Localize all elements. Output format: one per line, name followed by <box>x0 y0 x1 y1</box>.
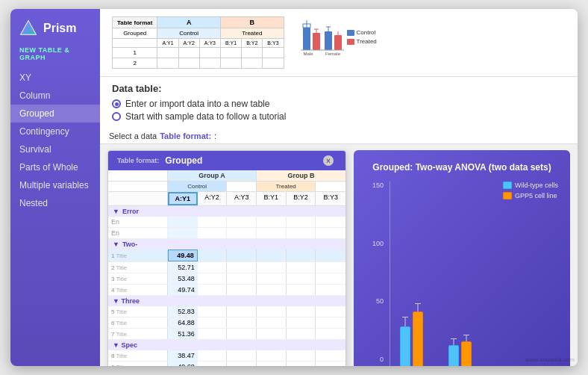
r1c2 <box>198 250 228 261</box>
col-ay2: A:Y2 <box>178 39 199 48</box>
r2c2 <box>178 58 199 69</box>
r7c3 <box>227 329 257 339</box>
empty-sub2 <box>316 182 345 191</box>
r1c3 <box>199 48 220 58</box>
sidebar-item-contingency[interactable]: Contingency <box>10 123 100 140</box>
table-row-7[interactable]: 7 Title 51.36 <box>108 329 345 340</box>
row3-left: 3 Title <box>108 273 168 284</box>
r2c2 <box>198 262 228 273</box>
r5c4 <box>257 306 287 317</box>
row6-val[interactable]: 64.88 <box>168 317 198 328</box>
control-sub-label: Control <box>168 182 227 191</box>
error-bar-blue-2 <box>454 339 454 345</box>
bar-orange-2 <box>461 341 472 366</box>
extra-rows: 3 Title 53.48 4 Title 49.74 ▼ Three 5 Ti… <box>108 273 345 366</box>
format-label-cell: Table format <box>113 17 157 28</box>
r4c2 <box>198 285 228 295</box>
svg-marker-1 <box>21 21 36 34</box>
r7c5 <box>287 329 316 339</box>
sidebar-item-parts-of-whole[interactable]: Parts of Whole <box>10 158 100 176</box>
empty-sub <box>227 182 257 191</box>
sidebar-item-column[interactable]: Column <box>10 87 100 105</box>
preview-chart-area: Male Female Control Treated <box>299 16 377 58</box>
table-row-9[interactable]: 9 Title 49.68 <box>108 362 345 366</box>
preview-table-container: Table format A B Grouped Control Treated… <box>112 16 284 69</box>
y-label-150: 150 <box>372 182 384 189</box>
sidebar-item-survival[interactable]: Survival <box>10 140 100 158</box>
sidebar-item-xy[interactable]: XY <box>10 69 100 87</box>
r3c4 <box>257 273 287 284</box>
row1-val[interactable]: 49.48 <box>168 250 198 261</box>
bar-blue-1 <box>400 326 410 366</box>
row2-val[interactable]: 52.71 <box>168 262 198 273</box>
table-row-8[interactable]: 8 Title 38.47 <box>108 350 345 362</box>
row9-val[interactable]: 49.68 <box>168 362 198 366</box>
group-header-row: Group A Group B <box>108 170 345 182</box>
row8-val[interactable]: 38.47 <box>168 350 198 361</box>
row1-label: 1 <box>113 48 157 58</box>
col-by3-header[interactable]: B:Y3 <box>316 192 345 205</box>
prism-logo-icon <box>19 19 37 37</box>
error-cap-orange-1 <box>415 303 421 304</box>
panel-header: Table format: Grouped × <box>108 151 345 170</box>
e1c4 <box>257 217 287 227</box>
table-row-4[interactable]: 4 Title 49.74 <box>108 285 345 296</box>
svg-rect-8 <box>325 31 332 50</box>
table-row-1[interactable]: 1 Title 49.48 <box>108 250 345 262</box>
r8c2 <box>198 350 228 361</box>
preview-table: Table format A B Grouped Control Treated… <box>112 16 284 69</box>
row2-left: 2 Title <box>108 262 168 273</box>
r5c3 <box>227 306 257 317</box>
section-error-label: Error <box>122 208 139 215</box>
lower-area: Table format: Grouped × Group A Group B … <box>100 144 578 366</box>
row7-val[interactable]: 51.36 <box>168 329 198 339</box>
row9-title: Title <box>116 364 127 367</box>
radio-selected-icon <box>112 99 121 108</box>
close-panel-button[interactable]: × <box>323 155 334 166</box>
radio-unselected-icon <box>112 112 121 121</box>
group-b-header: B <box>220 17 284 28</box>
col-ay3-header[interactable]: A:Y3 <box>227 192 257 205</box>
r1c1 <box>157 48 178 58</box>
bar-group-2 <box>448 341 472 366</box>
error-row-1: En <box>108 217 345 228</box>
r1c4 <box>257 250 287 261</box>
col-ay2-header[interactable]: A:Y2 <box>198 192 228 205</box>
bar-orange-1 <box>413 312 423 366</box>
svg-rect-5 <box>313 33 320 50</box>
section-error: ▼ Error <box>108 206 345 217</box>
legend-wild-type-box <box>503 182 512 189</box>
error-r1-val[interactable] <box>168 217 198 227</box>
legend-gpp5-box <box>503 192 512 199</box>
row3-val[interactable]: 53.48 <box>168 273 198 284</box>
error-r2-val[interactable] <box>168 228 198 238</box>
new-table-label: NEW TABLE & GRAPH <box>10 45 100 69</box>
error-cap-orange-2 <box>463 335 469 335</box>
group-b-label: Group B <box>257 170 345 181</box>
row3-title: Title <box>116 276 127 282</box>
row8-title: Title <box>116 353 127 359</box>
error-r2-title: En <box>108 228 168 238</box>
radio-option-1[interactable]: Enter or import data into a new table <box>112 99 566 109</box>
row5-title: Title <box>116 309 127 315</box>
row4-val[interactable]: 49.74 <box>168 285 198 295</box>
r6c6 <box>316 317 345 328</box>
table-row-6[interactable]: 6 Title 64.88 <box>108 317 345 329</box>
control-label-cell: Control <box>157 28 221 39</box>
table-row-2[interactable]: 2 Title 52.71 <box>108 262 345 273</box>
table-row-5[interactable]: 5 Title 52.83 <box>108 306 345 317</box>
r8c3 <box>227 350 257 361</box>
col-ay1-header[interactable]: A:Y1 <box>168 192 198 205</box>
sidebar-item-grouped[interactable]: Grouped <box>10 105 100 123</box>
bar-blue-2 <box>448 345 459 366</box>
chart-area: 150 100 50 0 <box>366 182 558 366</box>
table-row-3[interactable]: 3 Title 53.48 <box>108 273 345 285</box>
sidebar-item-multiple-variables[interactable]: Multiple variables <box>10 176 100 194</box>
select-data-row: Select a data Table format: : <box>100 128 578 144</box>
col-by2-header[interactable]: B:Y2 <box>287 192 316 205</box>
sidebar-item-nested[interactable]: Nested <box>10 194 100 212</box>
radio-option-2[interactable]: Start with sample data to follow a tutor… <box>112 111 566 122</box>
row6-num: 6 <box>111 320 114 326</box>
col-by1-header[interactable]: B:Y1 <box>257 192 287 205</box>
row5-val[interactable]: 52.83 <box>168 306 198 317</box>
